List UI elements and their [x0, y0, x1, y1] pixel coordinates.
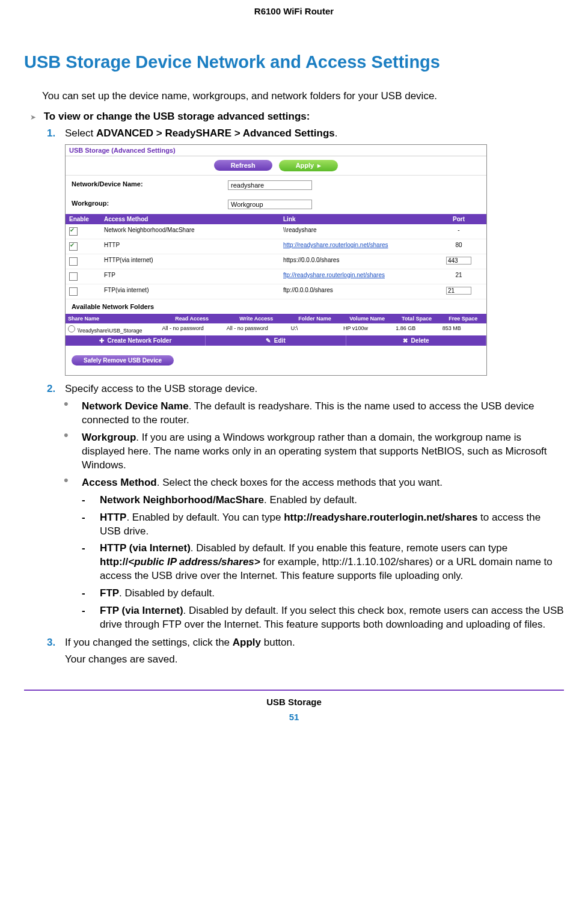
- folder-row: \\readyshare\USB_Storage All - no passwo…: [66, 323, 486, 335]
- link-cell: ftp://0.0.0.0/shares: [280, 284, 431, 299]
- port-input[interactable]: 21: [446, 287, 471, 295]
- delete-button[interactable]: ✖ Delete: [346, 335, 486, 346]
- edit-button[interactable]: ✎ Edit: [206, 335, 346, 346]
- step-period: .: [335, 127, 338, 139]
- step-number: 3.: [47, 637, 55, 649]
- step-3-result: Your changes are saved.: [65, 653, 564, 665]
- access-method-cell: FTP: [100, 269, 280, 284]
- access-row: HTTP(via internet)https://0.0.0.0/shares…: [66, 254, 486, 269]
- footer-divider: [24, 690, 564, 691]
- bullet-network-device: •Network Device Name. The default is rea…: [64, 400, 564, 427]
- checkbox[interactable]: [69, 257, 78, 266]
- safely-remove-button[interactable]: Safely Remove USB Device: [72, 355, 174, 366]
- step-text: Specify access to the USB storage device…: [65, 383, 257, 394]
- checkbox[interactable]: [69, 242, 78, 251]
- th-method: Access Method: [100, 214, 280, 224]
- radio-icon[interactable]: [68, 325, 75, 332]
- step-3: 3. If you changed the settings, click th…: [47, 637, 564, 649]
- workgroup-input[interactable]: Workgroup: [228, 200, 312, 209]
- fr-write: All - no password: [224, 323, 289, 335]
- refresh-button[interactable]: Refresh: [214, 160, 272, 171]
- step-number: 2.: [47, 383, 55, 395]
- dash-icon: -: [82, 587, 85, 601]
- port-cell: 443: [431, 254, 486, 269]
- th-port: Port: [431, 214, 486, 224]
- dash-icon: -: [82, 494, 85, 507]
- port-input[interactable]: 443: [446, 257, 471, 265]
- procedure-heading: ➤ To view or change the USB storage adva…: [30, 111, 564, 123]
- folders-head: Share Name Read Access Write Access Fold…: [66, 314, 486, 323]
- folders-label: Available Network Folders: [66, 299, 486, 314]
- link-cell: https://0.0.0.0/shares: [280, 254, 431, 269]
- step-path: ADVANCED > ReadySHARE > Advanced Setting…: [96, 127, 335, 139]
- link-cell[interactable]: ftp://readyshare.routerlogin.net/shares: [280, 269, 431, 284]
- access-method-cell: HTTP(via internet): [100, 254, 280, 269]
- link-cell: \\readyshare: [280, 224, 431, 239]
- fr-share: \\readyshare\USB_Storage: [66, 323, 160, 335]
- dash-ftp: -FTP. Disabled by default.: [82, 587, 564, 601]
- step-1: 1. Select ADVANCED > ReadySHARE > Advanc…: [47, 127, 564, 139]
- bullet-access-method: •Access Method. Select the check boxes f…: [64, 476, 564, 490]
- arrow-icon: ➤: [30, 113, 36, 121]
- page-header: R6100 WiFi Router: [24, 6, 564, 16]
- port-cell: 21: [431, 284, 486, 299]
- step-2: 2. Specify access to the USB storage dev…: [47, 383, 564, 395]
- intro-text: You can set up the device name, workgrou…: [42, 90, 564, 102]
- fr-free: 853 MB: [440, 323, 486, 335]
- apply-word: Apply: [233, 637, 261, 648]
- fh-free: Free Space: [440, 314, 486, 323]
- link-cell[interactable]: http://readyshare.routerlogin.net/shares: [280, 239, 431, 254]
- device-name-input[interactable]: readyshare: [228, 180, 312, 190]
- workgroup-field: Workgroup: Workgroup: [66, 195, 486, 214]
- apply-button[interactable]: Apply ▸: [279, 160, 338, 171]
- fh-folder: Folder Name: [289, 314, 341, 323]
- fr-read: All - no password: [160, 323, 224, 335]
- access-row: Network Neighborhood/MacShare\\readyshar…: [66, 224, 486, 239]
- access-method-cell: FTP(via internet): [100, 284, 280, 299]
- fr-volume: HP v100w: [341, 323, 393, 335]
- access-table-head: Enable Access Method Link Port: [66, 214, 486, 224]
- port-cell: 21: [431, 269, 486, 284]
- router-screenshot: USB Storage (Advanced Settings) Refresh …: [65, 144, 487, 376]
- procedure-text: To view or change the USB storage advanc…: [44, 111, 310, 122]
- th-enable: Enable: [66, 214, 100, 224]
- workgroup-label: Workgroup:: [72, 200, 228, 209]
- dash-icon: -: [82, 542, 85, 555]
- dash-macshare: -Network Neighborhood/MacShare. Enabled …: [82, 494, 564, 507]
- button-row: Refresh Apply ▸: [66, 156, 486, 176]
- fh-read: Read Access: [160, 314, 224, 323]
- th-link: Link: [280, 214, 431, 224]
- device-name-field: Network/Device Name: readyshare: [66, 176, 486, 195]
- dash-http-internet: -HTTP (via Internet). Disabled by defaul…: [82, 542, 564, 583]
- bullet-icon: •: [64, 431, 69, 439]
- fh-write: Write Access: [224, 314, 289, 323]
- checkbox[interactable]: [69, 272, 78, 281]
- access-row: FTPftp://readyshare.routerlogin.net/shar…: [66, 269, 486, 284]
- step-text: If you changed the settings, click the: [65, 637, 233, 648]
- fh-total: Total Space: [393, 314, 439, 323]
- fr-folder: U:\: [289, 323, 341, 335]
- port-cell: 80: [431, 239, 486, 254]
- page-number: 51: [24, 712, 564, 722]
- fh-share: Share Name: [66, 314, 160, 323]
- checkbox[interactable]: [69, 227, 78, 236]
- access-method-cell: HTTP: [100, 239, 280, 254]
- bullet-workgroup: •Workgroup. If you are using a Windows w…: [64, 431, 564, 473]
- checkbox[interactable]: [69, 287, 78, 296]
- dash-http: -HTTP. Enabled by default. You can type …: [82, 511, 564, 539]
- port-cell: -: [431, 224, 486, 239]
- step-number: 1.: [47, 127, 55, 139]
- bullet-icon: •: [64, 476, 69, 485]
- dash-ftp-internet: -FTP (via Internet). Disabled by default…: [82, 604, 564, 632]
- footer-text: USB Storage: [24, 697, 564, 707]
- device-name-label: Network/Device Name:: [72, 180, 228, 190]
- access-row: HTTPhttp://readyshare.routerlogin.net/sh…: [66, 239, 486, 254]
- step-text: Select: [65, 127, 96, 139]
- access-row: FTP(via internet)ftp://0.0.0.0/shares21: [66, 284, 486, 299]
- dash-icon: -: [82, 511, 85, 525]
- fr-total: 1.86 GB: [393, 323, 439, 335]
- fh-volume: Volume Name: [341, 314, 393, 323]
- bullet-icon: •: [64, 400, 69, 408]
- create-folder-button[interactable]: ✚ Create Network Folder: [66, 335, 206, 346]
- section-title: USB Storage Device Network and Access Se…: [24, 52, 564, 72]
